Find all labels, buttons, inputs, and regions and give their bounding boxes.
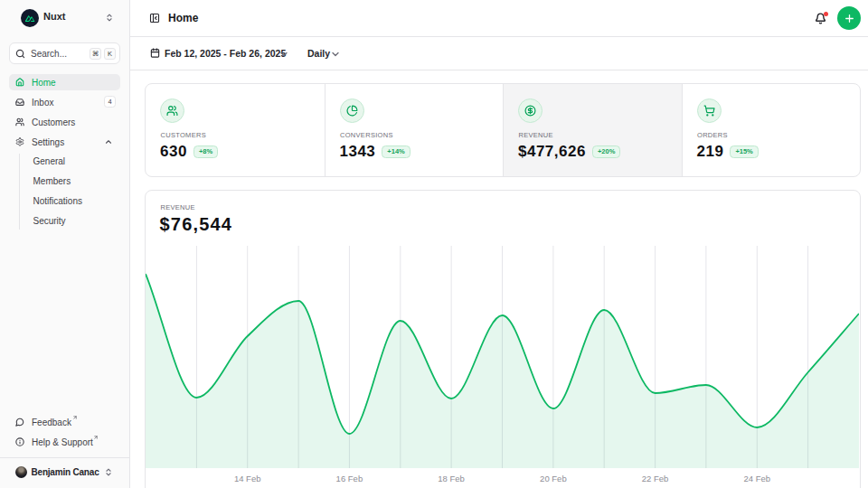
svg-text:16 Feb: 16 Feb bbox=[336, 474, 363, 483]
svg-text:14 Feb: 14 Feb bbox=[234, 474, 261, 483]
svg-text:24 Feb: 24 Feb bbox=[744, 474, 771, 483]
svg-text:20 Feb: 20 Feb bbox=[540, 474, 567, 483]
svg-text:22 Feb: 22 Feb bbox=[642, 474, 669, 483]
svg-text:18 Feb: 18 Feb bbox=[438, 474, 465, 483]
